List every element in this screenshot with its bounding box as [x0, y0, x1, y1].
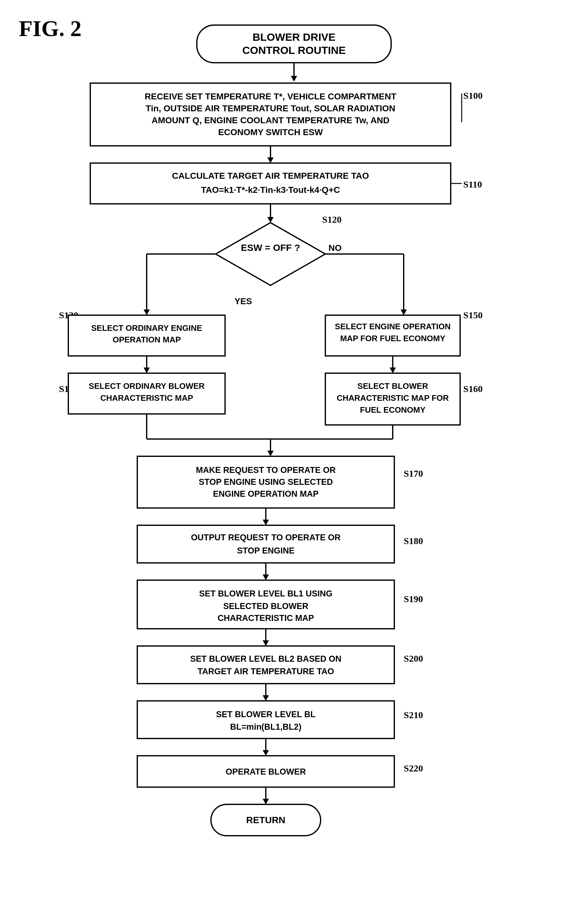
svg-marker-31	[267, 451, 274, 456]
s200-text-1: SET BLOWER LEVEL BL2 BASED ON	[190, 654, 342, 664]
fig-label: FIG. 2	[19, 16, 81, 42]
svg-marker-49	[263, 799, 269, 804]
svg-marker-14	[144, 309, 150, 315]
s170-text-1: MAKE REQUEST TO OPERATE OR	[196, 465, 336, 475]
s110-text-1: CALCULATE TARGET AIR TEMPERATURE TAO	[172, 171, 369, 181]
s220-label: S220	[404, 763, 423, 773]
s160-text-2: CHARACTERISTIC MAP FOR	[337, 393, 449, 403]
svg-marker-2	[291, 76, 297, 81]
s170-text-2: STOP ENGINE USING SELECTED	[199, 477, 333, 487]
svg-rect-35	[137, 525, 394, 563]
s200-text-2: TARGET AIR TEMPERATURE TAO	[197, 667, 334, 676]
s130-text-2: OPERATION MAP	[113, 335, 181, 344]
s160-text-3: FUEL ECONOMY	[360, 405, 426, 414]
s190-text-3: CHARACTERISTIC MAP	[218, 613, 314, 623]
svg-marker-24	[389, 367, 396, 373]
svg-marker-11	[216, 223, 325, 285]
s190-text-1: SET BLOWER LEVEL BL1 USING	[199, 589, 333, 598]
s180-label: S180	[404, 536, 423, 546]
s150-text-2: MAP FOR FUEL ECONOMY	[340, 333, 445, 343]
s220-text: OPERATE BLOWER	[226, 767, 306, 777]
svg-marker-40	[263, 640, 269, 646]
s120-text: ESW = OFF ?	[241, 243, 300, 253]
svg-rect-41	[137, 646, 394, 684]
s200-label: S200	[404, 653, 423, 664]
s100-text-1: RECEIVE SET TEMPERATURE T*, VEHICLE COMP…	[144, 92, 396, 101]
title-line1: BLOWER DRIVE	[253, 31, 335, 43]
svg-marker-10	[267, 217, 274, 223]
s180-text-2: STOP ENGINE	[237, 546, 295, 555]
no-label: NO	[328, 243, 342, 253]
svg-rect-7	[90, 163, 451, 204]
svg-marker-46	[263, 750, 269, 756]
svg-marker-37	[263, 575, 269, 580]
s140-text-2: CHARACTERISTIC MAP	[100, 393, 193, 403]
s100-text-3: AMOUNT Q, ENGINE COOLANT TEMPERATURE Tw,…	[151, 115, 389, 125]
page: FIG. 2 BLOWER DRIVE CONTROL ROUTINE S100…	[0, 0, 588, 916]
s100-text-2: Tin, OUTSIDE AIR TEMPERATURE Tout, SOLAR…	[146, 104, 395, 113]
s140-text-1: SELECT ORDINARY BLOWER	[89, 381, 205, 391]
s100-label: S100	[463, 90, 483, 101]
s210-text-1: SET BLOWER LEVEL BL	[216, 710, 316, 719]
return-text: RETURN	[246, 815, 286, 825]
svg-marker-21	[144, 367, 150, 373]
s190-label: S190	[404, 594, 423, 604]
svg-rect-0	[197, 25, 391, 63]
svg-marker-6	[267, 157, 274, 163]
svg-marker-34	[263, 519, 269, 525]
s130-text-1: SELECT ORDINARY ENGINE	[91, 323, 202, 333]
s170-text-3: ENGINE OPERATION MAP	[213, 489, 318, 498]
s190-text-2: SELECTED BLOWER	[223, 602, 309, 611]
s210-text-2: BL=min(BL1,BL2)	[230, 722, 301, 732]
s110-text-2: TAO=k1·T*-k2·Tin-k3·Tout-k4·Q+C	[201, 185, 340, 195]
title-line2: CONTROL ROUTINE	[242, 44, 346, 56]
s210-label: S210	[404, 710, 423, 720]
yes-label: YES	[234, 296, 252, 306]
s100-text-4: ECONOMY SWITCH ESW	[218, 127, 323, 137]
svg-rect-44	[137, 701, 394, 738]
s110-label: S110	[463, 179, 482, 189]
svg-marker-17	[401, 309, 407, 315]
s150-label: S150	[463, 310, 483, 320]
s160-label: S160	[463, 384, 483, 394]
s160-text-1: SELECT BLOWER	[357, 381, 428, 391]
svg-marker-43	[263, 695, 269, 701]
s150-text-1: SELECT ENGINE OPERATION	[335, 322, 451, 331]
s120-label: S120	[322, 214, 342, 225]
flowchart-diagram: BLOWER DRIVE CONTROL ROUTINE S100 RECEIV…	[27, 16, 561, 894]
s180-text-1: OUTPUT REQUEST TO OPERATE OR	[191, 533, 341, 542]
s170-label: S170	[404, 468, 423, 479]
